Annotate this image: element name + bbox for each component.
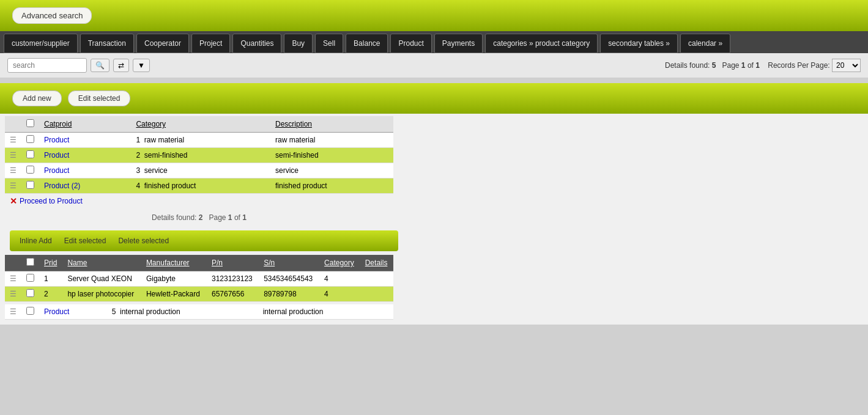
sub-row-select[interactable]: [26, 289, 34, 297]
nav-item-sell[interactable]: Sell: [315, 34, 343, 53]
row-checkbox[interactable]: [21, 133, 39, 148]
nav-item-cooperator[interactable]: Cooperator: [136, 34, 189, 53]
page-label: Page: [722, 61, 739, 70]
sub-header-manufacturer[interactable]: Manufacturer: [141, 255, 207, 271]
sub-header-name[interactable]: Name: [62, 255, 141, 271]
nav-item-buy[interactable]: Buy: [284, 34, 313, 53]
proceed-to-product-link[interactable]: Proceed to Product: [20, 197, 83, 205]
row-icon[interactable]: ☰: [5, 163, 21, 178]
row-checkbox[interactable]: [21, 178, 39, 194]
sub-action-bar: Inline Add Edit selected Delete selected: [10, 230, 398, 251]
catproid-link[interactable]: Product: [44, 136, 69, 144]
sub-cell-manufacturer: Hewlett-Packard: [141, 287, 207, 302]
row-icon[interactable]: ☰: [5, 133, 21, 148]
row-select[interactable]: [26, 181, 34, 189]
cell-catproid-num: 2 semi-finished: [131, 148, 270, 163]
table-row: ☰ Product 1 raw material raw material: [5, 133, 393, 148]
edit-selected-link[interactable]: Edit selected: [64, 237, 106, 245]
nav-item-calendar[interactable]: calendar »: [680, 34, 730, 53]
filter-button[interactable]: ▼: [133, 59, 150, 72]
row-checkbox[interactable]: [21, 148, 39, 163]
sub-select-all-checkbox[interactable]: [26, 258, 34, 266]
proceed-close-icon[interactable]: ✕: [10, 196, 17, 206]
sub-current-page: 1: [228, 213, 232, 222]
bottom-table-row: ☰ Product 5 internal production internal…: [5, 304, 393, 320]
add-new-button[interactable]: Add new: [12, 90, 62, 106]
cell-catproid: Product: [39, 133, 131, 148]
cell-catproid-num: 4 finished product: [131, 178, 270, 194]
row-select[interactable]: [26, 150, 34, 158]
export-button[interactable]: ⇄: [113, 59, 129, 72]
sub-row-icon[interactable]: ☰: [5, 271, 21, 287]
table-row: ☰ Product (2) 4 finished product finishe…: [5, 178, 393, 194]
details-found-label: Details found:: [665, 61, 710, 70]
sub-row-checkbox[interactable]: [21, 271, 39, 287]
sub-cell-prid: 1: [39, 271, 62, 287]
sub-table-row: ☰ 1 Server Quad XEON Gigabyte 3123123123…: [5, 271, 393, 287]
catproid-link[interactable]: Product: [44, 166, 69, 175]
catproid-link[interactable]: Product: [44, 151, 69, 160]
search-bar: 🔍 ⇄ ▼ Details found: 5 Page 1 of 1 Recor…: [0, 53, 868, 78]
nav-item-secondary-tables[interactable]: secondary tables »: [600, 34, 678, 53]
sub-cell-pn: 65767656: [207, 287, 259, 302]
sub-cell-details: [360, 271, 393, 287]
nav-item-quantities[interactable]: Quantities: [232, 34, 281, 53]
nav-item-payments[interactable]: Payments: [434, 34, 483, 53]
action-bar: Add new Edit selected: [0, 83, 868, 114]
header-description[interactable]: Description: [270, 116, 393, 133]
main-table-header: Catproid Category Description: [5, 116, 393, 133]
bottom-row-icon[interactable]: ☰: [5, 304, 21, 320]
search-info: Details found: 5 Page 1 of 1 Records Per…: [665, 59, 861, 72]
bottom-catproid-link[interactable]: Product: [44, 307, 69, 316]
row-icon[interactable]: ☰: [5, 148, 21, 163]
sub-cell-prid: 2: [39, 287, 62, 302]
sub-of-label: of: [234, 213, 240, 222]
select-all-checkbox[interactable]: [26, 119, 34, 127]
cell-catproid: Product: [39, 163, 131, 178]
row-checkbox[interactable]: [21, 163, 39, 178]
sub-row-icon[interactable]: ☰: [5, 287, 21, 302]
sub-cell-category: 4: [319, 287, 360, 302]
sub-table: Prid Name Manufacturer P/n S/n Category …: [5, 255, 393, 302]
sub-header-details[interactable]: Details: [360, 255, 393, 271]
sub-row-select[interactable]: [26, 274, 34, 282]
nav-item-transaction[interactable]: Transaction: [80, 34, 134, 53]
sub-header-category[interactable]: Category: [319, 255, 360, 271]
sub-cell-category: 4: [319, 271, 360, 287]
sub-header-pn[interactable]: P/n: [207, 255, 259, 271]
row-icon[interactable]: ☰: [5, 178, 21, 194]
sub-cell-details: [360, 287, 393, 302]
nav-item-categories[interactable]: categories » product category: [485, 34, 598, 53]
content-area: Catproid Category Description ☰ Product …: [0, 114, 868, 325]
advanced-search-button[interactable]: Advanced search: [12, 7, 92, 24]
nav-item-project[interactable]: Project: [191, 34, 230, 53]
header-category[interactable]: Category: [131, 116, 270, 133]
delete-selected-link[interactable]: Delete selected: [118, 237, 169, 245]
sub-table-row: ☰ 2 hp laser photocopier Hewlett-Packard…: [5, 287, 393, 302]
nav-item-product[interactable]: Product: [390, 34, 431, 53]
records-per-page-select[interactable]: 20 50 100: [832, 59, 861, 72]
cell-description: service: [270, 163, 393, 178]
nav-item-balance[interactable]: Balance: [346, 34, 388, 53]
sub-header-checkbox: [21, 255, 39, 271]
header-catproid[interactable]: Catproid: [39, 116, 131, 133]
sub-header-sn[interactable]: S/n: [259, 255, 319, 271]
search-button[interactable]: 🔍: [91, 59, 109, 72]
sub-cell-name: Server Quad XEON: [62, 271, 141, 287]
catproid-link[interactable]: Product (2): [44, 182, 80, 190]
bottom-row-select[interactable]: [26, 307, 34, 315]
cell-catproid-num: 1 raw material: [131, 133, 270, 148]
sub-row-checkbox[interactable]: [21, 287, 39, 302]
nav-item-customer-supplier[interactable]: customer/supplier: [4, 34, 78, 53]
table-row: ☰ Product 2 semi-finished semi-finished: [5, 148, 393, 163]
inline-add-link[interactable]: Inline Add: [20, 237, 52, 245]
row-select[interactable]: [26, 166, 34, 174]
main-table-container: Catproid Category Description ☰ Product …: [0, 114, 868, 325]
sub-header-prid[interactable]: Prid: [39, 255, 62, 271]
row-select[interactable]: [26, 135, 34, 143]
sub-header-icon: [5, 255, 21, 271]
bottom-row-checkbox[interactable]: [21, 304, 39, 320]
search-input[interactable]: [7, 58, 87, 73]
edit-selected-button[interactable]: Edit selected: [68, 90, 131, 106]
bottom-cell-description: internal production: [258, 304, 393, 320]
